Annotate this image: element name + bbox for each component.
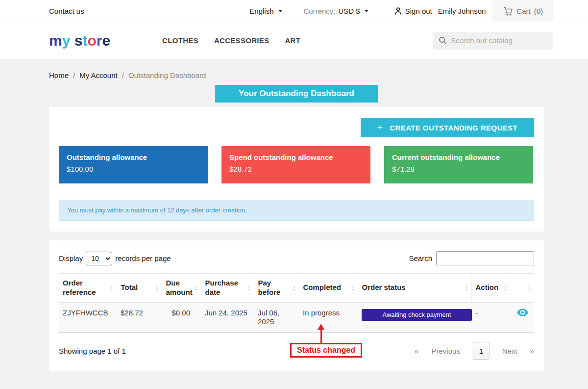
nav-art[interactable]: ART	[285, 36, 300, 45]
breadcrumb-home[interactable]: Home	[49, 71, 69, 79]
cell-pay-before: Jul 06, 2025	[254, 302, 299, 333]
card-outstanding-allowance: Outstanding allowance $100.00	[59, 146, 208, 183]
main-nav: CLOTHES ACCESSORIES ART	[162, 36, 300, 45]
sort-icon	[504, 285, 508, 291]
title-row: Your Outstanding Dashboard	[49, 85, 544, 103]
breadcrumb: Home / My Account / Outstanding Dashboar…	[49, 71, 544, 79]
header-order-reference[interactable]: Order reference	[59, 274, 117, 303]
cell-order-reference: ZJYFHWCCB	[59, 302, 117, 333]
catalog-search[interactable]	[433, 32, 553, 50]
cell-view	[511, 302, 534, 333]
cell-order-status: Awaiting check payment	[358, 302, 471, 333]
language-label: English	[249, 7, 273, 15]
annotation-label: Status changed	[297, 346, 355, 354]
breadcrumb-separator: /	[73, 71, 75, 79]
card-label: Current outstanding allowance	[392, 153, 525, 161]
header-due-amount[interactable]: Due amount	[162, 274, 201, 303]
user-name[interactable]: Emily Johnson	[438, 7, 486, 15]
card-label: Outstanding allowance	[67, 153, 200, 161]
sort-icon	[293, 285, 296, 291]
cart-label: Cart	[516, 7, 530, 15]
card-current-allowance: Current outstanding allowance $71.28	[384, 146, 533, 183]
create-outstanding-request-button[interactable]: + CREATE OUTSTANDING REQUEST	[361, 118, 534, 137]
page-size-select[interactable]: 10	[86, 252, 112, 265]
status-badge: Awaiting check payment	[362, 309, 472, 321]
sign-out-label: Sign out	[405, 7, 432, 15]
cell-due-amount: $0.00	[162, 302, 201, 333]
user-icon	[394, 7, 402, 15]
card-value: $28.72	[229, 165, 363, 173]
cart-icon	[503, 6, 513, 16]
sort-icon	[110, 285, 114, 291]
cell-purchase-date: Jun 24, 2025	[201, 302, 254, 333]
showing-page-text: Showing page 1 of 1	[59, 347, 126, 355]
status-changed-annotation: Status changed	[290, 343, 362, 358]
create-button-label: CREATE OUTSTANDING REQUEST	[390, 124, 517, 132]
breadcrumb-my-account[interactable]: My Account	[79, 71, 118, 79]
card-value: $71.28	[392, 165, 525, 173]
header-pay-before[interactable]: Pay before	[254, 274, 299, 303]
sort-icon	[247, 285, 251, 291]
header-order-status[interactable]: Order status	[358, 274, 471, 303]
view-order-button[interactable]	[517, 309, 528, 316]
table-row: ZJYFHWCCB $28.72 $0.00 Jun 24, 2025 Jul …	[59, 302, 534, 333]
card-label: Spend outstanding allowance	[229, 153, 363, 161]
header-completed[interactable]: Completed	[299, 274, 358, 303]
sort-icon	[155, 285, 159, 291]
header-total[interactable]: Total	[117, 274, 162, 303]
search-icon	[439, 36, 447, 45]
cell-completed: In progress	[299, 302, 358, 333]
allowance-cards: Outstanding allowance $100.00 Spend outs…	[59, 146, 534, 183]
sort-icon	[195, 285, 198, 291]
store-logo[interactable]: my store	[49, 32, 110, 49]
top-bar: Contact us English Currency: USD $ Sign …	[0, 0, 588, 22]
card-value: $100.00	[67, 165, 200, 173]
language-dropdown[interactable]: English	[249, 7, 282, 15]
currency-dropdown[interactable]: Currency: USD $	[304, 7, 368, 15]
summary-panel: + CREATE OUTSTANDING REQUEST Outstanding…	[49, 107, 544, 232]
pagination-page-1[interactable]: 1	[473, 342, 490, 360]
records-per-page-label: records per page	[115, 254, 171, 262]
header-purchase-date[interactable]: Purchase date	[201, 274, 254, 303]
table-search-label: Search	[409, 254, 432, 262]
pagination-last[interactable]: »	[530, 347, 534, 355]
pagination-first[interactable]: «	[415, 347, 418, 355]
cell-action: -	[471, 302, 511, 333]
sort-icon	[465, 285, 468, 291]
main-header: my store CLOTHES ACCESSORIES ART	[0, 22, 588, 59]
arrow-line	[320, 329, 322, 344]
breadcrumb-current: Outstanding Dashboard	[128, 71, 206, 79]
card-spend-allowance: Spend outstanding allowance $28.72	[221, 146, 370, 183]
currency-value: USD $	[339, 7, 360, 15]
eye-icon	[517, 309, 528, 316]
sort-icon	[351, 285, 355, 291]
cart-button[interactable]: Cart (0)	[492, 0, 554, 22]
pagination-next[interactable]: Next	[502, 347, 517, 355]
nav-accessories[interactable]: ACCESSORIES	[214, 36, 270, 45]
payment-info-alert: You must pay within a maximum of 12 days…	[59, 200, 534, 221]
table-header-row: Order reference Total Due amount Purchas…	[59, 274, 534, 303]
chevron-down-icon	[278, 10, 282, 12]
pagination-previous[interactable]: Previous	[431, 347, 460, 355]
search-input[interactable]	[451, 36, 547, 45]
plus-icon: +	[377, 122, 383, 133]
currency-label: Currency:	[304, 7, 336, 15]
header-action[interactable]: Action	[471, 274, 511, 303]
pagination: « Previous 1 Next »	[415, 342, 534, 360]
page-body: Home / My Account / Outstanding Dashboar…	[0, 59, 588, 389]
page-title: Your Outstanding Dashboard	[215, 85, 378, 103]
cell-total: $28.72	[117, 302, 162, 333]
sign-out-link[interactable]: Sign out	[394, 7, 432, 15]
header-empty[interactable]	[511, 274, 534, 303]
cart-count: (0)	[534, 7, 543, 15]
display-label: Display	[59, 254, 83, 262]
contact-us-link[interactable]: Contact us	[49, 7, 84, 15]
sort-icon	[528, 285, 531, 291]
chevron-down-icon	[365, 10, 368, 12]
nav-clothes[interactable]: CLOTHES	[162, 36, 198, 45]
table-search-input[interactable]	[436, 251, 534, 265]
breadcrumb-separator: /	[122, 71, 124, 79]
orders-table: Order reference Total Due amount Purchas…	[59, 273, 534, 333]
